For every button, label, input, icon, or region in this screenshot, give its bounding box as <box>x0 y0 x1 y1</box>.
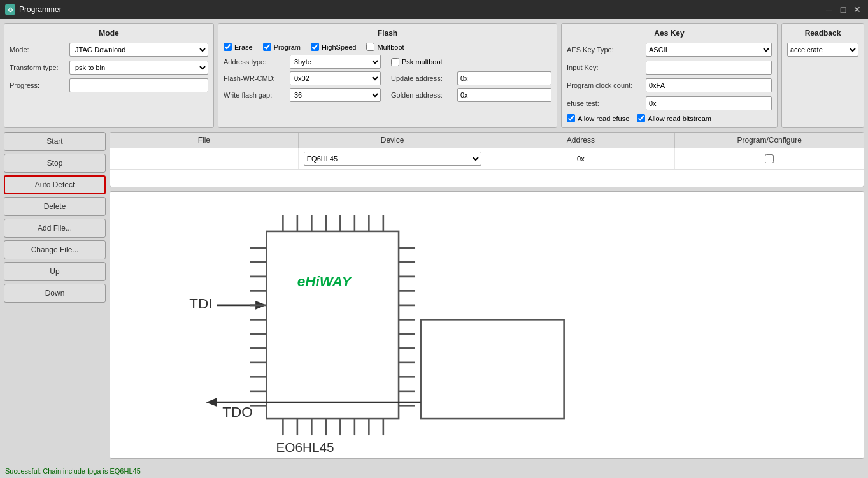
auto-detect-button[interactable]: Auto Detect <box>4 175 106 194</box>
change-file-button[interactable]: Change File... <box>4 240 106 259</box>
input-key-row: Input Key: <box>567 61 772 75</box>
progress-bar <box>69 78 208 92</box>
readback-panel: Readback accelerate normal <box>781 23 864 128</box>
allow-read-efuse-checkbox[interactable] <box>567 114 575 122</box>
psk-multboot-text: Psk multboot <box>402 58 443 66</box>
maximize-button[interactable]: □ <box>837 4 849 15</box>
mode-select[interactable]: JTAG Download SPI Active SPI Passive <box>69 43 208 57</box>
col-program: Program/Configure <box>675 133 864 148</box>
input-key-label: Input Key: <box>567 64 643 71</box>
title-bar-controls: ─ □ ✕ <box>823 4 863 15</box>
input-key-field[interactable] <box>646 61 772 75</box>
title-bar-left: ⚙ Programmer <box>5 4 62 15</box>
tdi-label: TDI <box>189 296 212 312</box>
up-button[interactable]: Up <box>4 262 106 281</box>
minimize-button[interactable]: ─ <box>823 4 835 15</box>
flash-wr-cmd-label: Flash-WR-CMD: <box>224 75 287 82</box>
delete-button[interactable]: Delete <box>4 197 106 216</box>
status-message: Successful: Chain include fpga is EQ6HL4… <box>5 467 141 475</box>
aes-key-type-label: AES Key Type: <box>567 46 643 54</box>
mode-row: Mode: JTAG Download SPI Active SPI Passi… <box>10 43 208 57</box>
program-clock-input[interactable] <box>646 78 772 92</box>
brand-label: eHiWAY <box>297 273 353 289</box>
col-device: Device <box>299 133 487 148</box>
right-content: File Device Address Program/Configure EQ… <box>110 132 864 459</box>
transform-label: Transform type: <box>10 64 67 71</box>
psk-multboot-row: Psk multboot <box>391 55 551 69</box>
allow-read-bitstream-checkbox[interactable] <box>637 114 645 122</box>
table-body: EQ6HL45 0x <box>110 148 864 187</box>
aes-panel: Aes Key AES Key Type: ASCII HEX Input Ke… <box>561 23 778 128</box>
efuse-test-label: efuse test: <box>567 99 643 107</box>
write-flash-gap-select[interactable]: 36 16 8 <box>290 88 381 102</box>
golden-address-input[interactable] <box>457 88 551 102</box>
stop-button[interactable]: Stop <box>4 154 106 173</box>
mode-panel: Mode Mode: JTAG Download SPI Active SPI … <box>4 23 214 128</box>
chip-name-label: EQ6HL45 <box>276 440 334 452</box>
golden-address-label: Golden address: <box>391 91 455 99</box>
window-title: Programmer <box>19 5 62 14</box>
efuse-test-input[interactable] <box>646 96 772 110</box>
efuse-test-row: efuse test: <box>567 96 772 110</box>
app-icon: ⚙ <box>5 4 15 15</box>
aes-key-type-row: AES Key Type: ASCII HEX <box>567 43 772 57</box>
readback-select[interactable]: accelerate normal <box>787 43 858 57</box>
allow-read-efuse-label[interactable]: Allow read efuse <box>567 114 629 122</box>
allow-read-bitstream-text: Allow read bitstream <box>648 115 711 122</box>
aes-key-type-select[interactable]: ASCII HEX <box>646 43 772 57</box>
erase-checkbox[interactable] <box>224 43 232 51</box>
allow-read-bitstream-label[interactable]: Allow read bitstream <box>637 114 711 122</box>
main-content: Mode Mode: JTAG Download SPI Active SPI … <box>0 19 868 463</box>
write-flash-gap-label: Write flash gap: <box>224 91 287 99</box>
highspeed-checkbox[interactable] <box>311 43 319 51</box>
table-panel: File Device Address Program/Configure EQ… <box>110 132 864 187</box>
close-button[interactable]: ✕ <box>851 4 863 15</box>
aes-checks-row: Allow read efuse Allow read bitstream <box>567 114 772 122</box>
transform-select[interactable]: psk to bin bin to psk <box>69 61 208 75</box>
update-address-input[interactable] <box>457 71 551 85</box>
erase-check-label[interactable]: Erase <box>224 43 253 51</box>
col-file: File <box>110 133 299 148</box>
add-file-button[interactable]: Add File... <box>4 219 106 238</box>
device-select[interactable]: EQ6HL45 <box>304 152 481 166</box>
mode-panel-title: Mode <box>10 29 208 38</box>
flash-wr-cmd-select[interactable]: 0x02 0x12 <box>290 71 381 85</box>
cell-device: EQ6HL45 <box>299 148 487 169</box>
readback-panel-title: Readback <box>787 29 858 38</box>
table-header: File Device Address Program/Configure <box>110 133 864 148</box>
transform-row: Transform type: psk to bin bin to psk <box>10 61 208 75</box>
update-address-row: Update address: <box>391 71 551 85</box>
multboot-label: Multboot <box>377 43 404 51</box>
program-configure-checkbox[interactable] <box>765 154 774 163</box>
title-bar: ⚙ Programmer ─ □ ✕ <box>0 0 868 19</box>
start-button[interactable]: Start <box>4 132 106 151</box>
flash-checks-top: Erase Program HighSpeed Multboot <box>224 43 551 51</box>
psk-multboot-checkbox[interactable] <box>391 58 399 66</box>
flash-panel: Flash Erase Program HighSpeed Multboot <box>218 23 557 128</box>
flash-panel-title: Flash <box>224 29 551 38</box>
diagram-panel: TDI eHiWAY <box>110 191 864 459</box>
progress-label: Progress: <box>10 82 67 89</box>
svg-rect-2 <box>266 231 399 419</box>
address-type-label: Address type: <box>224 58 287 66</box>
col-address: Address <box>487 133 676 148</box>
psk-multboot-label[interactable]: Psk multboot <box>391 58 443 66</box>
multboot-check-label[interactable]: Multboot <box>366 43 404 51</box>
sidebar-buttons: Start Stop Auto Detect Delete Add File..… <box>4 132 106 459</box>
svg-rect-43 <box>421 319 564 419</box>
flash-wr-cmd-row: Flash-WR-CMD: 0x02 0x12 <box>224 71 381 85</box>
bottom-area: Start Stop Auto Detect Delete Add File..… <box>4 132 864 459</box>
flash-form-grid: Address type: 3byte 4byte Psk multboot F… <box>224 55 551 102</box>
highspeed-check-label[interactable]: HighSpeed <box>311 43 356 51</box>
cell-program <box>675 148 864 169</box>
status-bar: Successful: Chain include fpga is EQ6HL4… <box>0 463 868 478</box>
address-type-row: Address type: 3byte 4byte <box>224 55 381 69</box>
erase-label: Erase <box>234 43 253 51</box>
multboot-checkbox[interactable] <box>366 43 374 51</box>
allow-read-efuse-text: Allow read efuse <box>578 115 629 122</box>
address-type-select[interactable]: 3byte 4byte <box>290 55 381 69</box>
program-checkbox[interactable] <box>263 43 271 51</box>
mode-label: Mode: <box>10 46 67 54</box>
down-button[interactable]: Down <box>4 284 106 303</box>
program-check-label[interactable]: Program <box>263 43 301 51</box>
